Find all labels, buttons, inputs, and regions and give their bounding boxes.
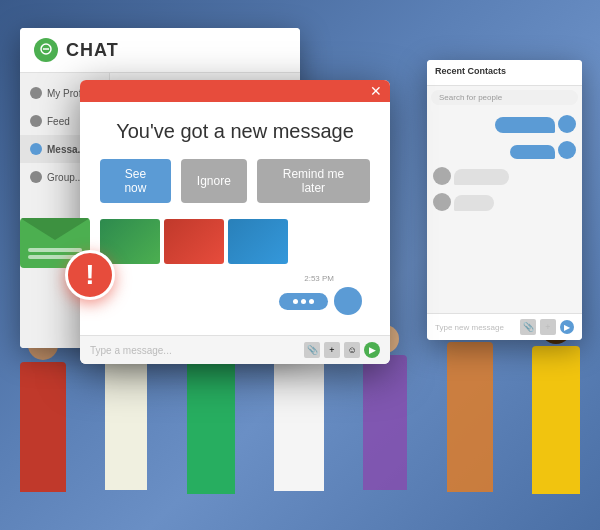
group-icon	[30, 171, 42, 183]
mobile-chat-panel: Recent Contacts Search for people Type n…	[427, 60, 582, 340]
chat-titlebar: CHAT	[20, 28, 300, 73]
feed-icon	[30, 115, 42, 127]
recent-contacts-label: Recent Contacts	[435, 66, 574, 76]
svg-point-3	[47, 48, 49, 50]
chat-bubble-area	[100, 283, 370, 319]
msg-right-2	[433, 141, 576, 159]
bubble-out-2	[510, 145, 555, 159]
emoji-icon[interactable]: ☺	[344, 342, 360, 358]
person-7-body	[532, 346, 580, 494]
ignore-button[interactable]: Ignore	[181, 159, 247, 203]
env-line-1	[28, 248, 82, 252]
notification-title: You've got a new message	[100, 120, 370, 143]
mobile-attachment-icon[interactable]: 📎	[520, 319, 536, 335]
typing-bubble	[279, 293, 328, 310]
alert-symbol: !	[85, 259, 94, 291]
mobile-plus-icon[interactable]: +	[540, 319, 556, 335]
search-placeholder: Search for people	[439, 93, 502, 102]
bubble-in-1	[454, 169, 509, 185]
message-timestamp: 2:53 PM	[100, 274, 370, 283]
avatar-out-1	[558, 115, 576, 133]
dot-2	[301, 299, 306, 304]
msg-left-2	[433, 193, 576, 211]
see-now-button[interactable]: See now	[100, 159, 171, 203]
mobile-input-placeholder[interactable]: Type new message	[435, 323, 516, 332]
message-input-placeholder[interactable]: Type a message...	[90, 345, 298, 356]
dot-1	[293, 299, 298, 304]
chat-app-icon	[34, 38, 58, 62]
avatar-out-2	[558, 141, 576, 159]
mobile-input-bar: Type new message 📎 + ▶	[427, 313, 582, 340]
plus-icon[interactable]: +	[324, 342, 340, 358]
avatar-in-2	[433, 193, 451, 211]
message-icon	[30, 143, 42, 155]
close-button[interactable]: ✕	[370, 83, 382, 99]
popup-buttons: See now Ignore Remind me later	[100, 159, 370, 203]
image-thumbnails	[100, 219, 370, 264]
message-input-bar: Type a message... 📎 + ☺ ▶	[80, 335, 390, 364]
bubble-out-1	[495, 117, 555, 133]
app-title: CHAT	[66, 40, 119, 61]
mobile-messages-area	[427, 109, 582, 313]
thumbnail-2	[164, 219, 224, 264]
person-1	[20, 330, 66, 530]
svg-point-2	[45, 48, 47, 50]
envelope-flap	[20, 218, 90, 240]
send-icon[interactable]: ▶	[364, 342, 380, 358]
remind-later-button[interactable]: Remind me later	[257, 159, 370, 203]
person-6-body	[447, 342, 493, 492]
person-2-body	[105, 350, 147, 490]
alert-icon: !	[65, 250, 115, 300]
popup-close-bar: ✕	[80, 80, 390, 102]
person-5-body	[363, 355, 407, 490]
avatar-in-1	[433, 167, 451, 185]
input-icons: 📎 + ☺ ▶	[304, 342, 380, 358]
person-7	[532, 312, 580, 530]
svg-point-1	[43, 48, 45, 50]
bubble-in-2	[454, 195, 494, 211]
person-6	[447, 310, 493, 530]
thumbnail-1	[100, 219, 160, 264]
attachment-icon[interactable]: 📎	[304, 342, 320, 358]
person-1-body	[20, 362, 66, 492]
sender-avatar	[334, 287, 362, 315]
msg-left-1	[433, 167, 576, 185]
dot-3	[309, 299, 314, 304]
popup-body: You've got a new message See now Ignore …	[80, 102, 390, 335]
mobile-send-icon[interactable]: ▶	[560, 320, 574, 334]
profile-icon	[30, 87, 42, 99]
notification-popup: ✕ You've got a new message See now Ignor…	[80, 80, 390, 364]
thumbnail-3	[228, 219, 288, 264]
mobile-search-bar[interactable]: Search for people	[431, 90, 578, 105]
mobile-chat-header: Recent Contacts	[427, 60, 582, 86]
person-3-body	[187, 349, 235, 494]
msg-right-1	[433, 115, 576, 133]
